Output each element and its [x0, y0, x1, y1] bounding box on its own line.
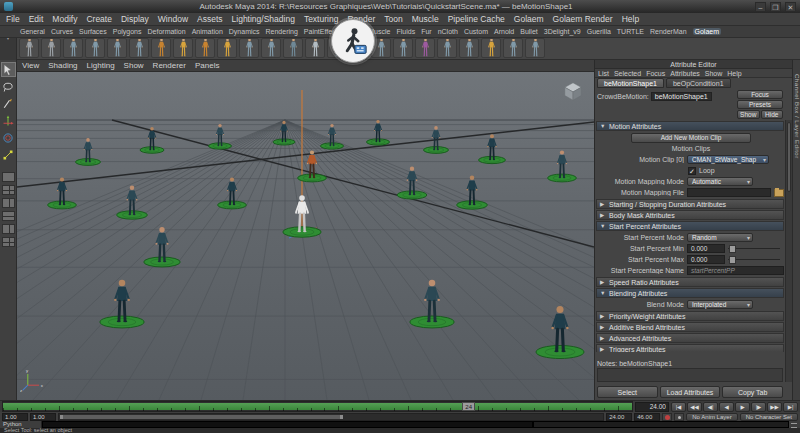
- folder-icon[interactable]: [774, 189, 784, 197]
- view-cube-icon[interactable]: [562, 80, 584, 106]
- viewport-menu-item[interactable]: Lighting: [87, 61, 115, 70]
- golaem-crowd-icon[interactable]: [459, 38, 479, 58]
- attribute-editor-menu-item[interactable]: Selected: [614, 70, 641, 77]
- golaem-crowd-icon[interactable]: [503, 38, 523, 58]
- start-percent-max-slider[interactable]: [728, 255, 780, 264]
- golaem-crowd-icon[interactable]: [107, 38, 127, 58]
- script-editor-icon[interactable]: [789, 421, 800, 428]
- golaem-crowd-icon[interactable]: [129, 38, 149, 58]
- command-line-input[interactable]: [42, 421, 533, 428]
- layout-two-pane-side-button[interactable]: [2, 198, 15, 208]
- range-slider-handle[interactable]: [60, 415, 343, 419]
- title-bar[interactable]: Autodesk Maya 2014: R:\Resources Graphiq…: [0, 0, 800, 13]
- shelf-tab[interactable]: Animation: [192, 28, 223, 35]
- hide-button[interactable]: Hide: [761, 110, 784, 119]
- menu-item[interactable]: Lighting/Shading: [232, 14, 295, 24]
- golaem-tool-icon[interactable]: [217, 38, 237, 58]
- scrollbar-thumb[interactable]: [787, 122, 791, 192]
- crowd-character[interactable]: [457, 176, 488, 210]
- character-set-selector[interactable]: No Character Set: [740, 413, 798, 421]
- section-priority-weight[interactable]: Priority/Weight Attributes: [596, 311, 784, 321]
- golaem-tool-icon[interactable]: [481, 38, 501, 58]
- attribute-editor-menu-item[interactable]: Show: [705, 70, 723, 77]
- shelf-tab[interactable]: Fur: [421, 28, 432, 35]
- transport-button[interactable]: ◀◀: [687, 402, 702, 412]
- golaem-crowd-icon[interactable]: [283, 38, 303, 58]
- section-motion-attributes[interactable]: Motion Attributes: [596, 121, 784, 131]
- golaem-tool-icon[interactable]: [195, 38, 215, 58]
- golaem-crowd-icon[interactable]: [261, 38, 281, 58]
- golaem-crowd-icon[interactable]: [305, 38, 325, 58]
- crowd-character[interactable]: [548, 150, 577, 182]
- shelf-tab[interactable]: Golaem: [693, 28, 722, 35]
- tab-beopcondition1[interactable]: beOpCondition1: [666, 78, 731, 88]
- menu-item[interactable]: Display: [121, 14, 149, 24]
- close-button[interactable]: ✕: [785, 2, 796, 12]
- crowd-character[interactable]: [397, 166, 427, 199]
- crowd-character[interactable]: [218, 177, 247, 209]
- time-slider[interactable]: 24: [2, 401, 633, 412]
- transport-button[interactable]: |◀: [671, 402, 686, 412]
- current-frame-marker[interactable]: 24: [462, 402, 475, 411]
- right-panel-strip[interactable]: Channel Box / Layer Editor: [792, 60, 800, 400]
- load-attributes-button[interactable]: Load Attributes: [660, 386, 721, 398]
- shelf-tab[interactable]: Fluids: [396, 28, 415, 35]
- animation-end-field[interactable]: [634, 413, 660, 421]
- shelf-tab[interactable]: 3Delight_v9: [544, 28, 581, 35]
- select-button[interactable]: Select: [597, 386, 658, 398]
- crowd-character[interactable]: [76, 138, 101, 165]
- maximize-button[interactable]: ❐: [770, 2, 781, 12]
- menu-item[interactable]: Create: [86, 14, 112, 24]
- shelf-tab[interactable]: TURTLE: [617, 28, 644, 35]
- loop-checkbox[interactable]: [688, 167, 696, 175]
- playback-start-field[interactable]: [30, 413, 56, 421]
- section-body-mask[interactable]: Body Mask Attributes: [596, 210, 784, 220]
- shelf-tab[interactable]: General: [20, 28, 45, 35]
- golaem-crowd-icon[interactable]: [63, 38, 83, 58]
- viewport-menu-item[interactable]: Panels: [195, 61, 219, 70]
- scale-tool[interactable]: [1, 147, 16, 162]
- shelf-tab[interactable]: Dynamics: [229, 28, 260, 35]
- menu-item[interactable]: Window: [158, 14, 188, 24]
- shelf-tab[interactable]: Custom: [464, 28, 488, 35]
- node-name-field[interactable]: beMotionShape1: [651, 92, 712, 101]
- crowd-character[interactable]: [208, 124, 231, 149]
- shelf-tab[interactable]: nCloth: [438, 28, 458, 35]
- start-percent-mode-dropdown[interactable]: Random: [687, 233, 753, 242]
- select-tool[interactable]: [1, 62, 16, 77]
- shelf-tab[interactable]: RenderMan: [650, 28, 687, 35]
- transport-button[interactable]: ◀|: [703, 402, 718, 412]
- shelf-tab[interactable]: Guerilla: [587, 28, 611, 35]
- viewport-canvas[interactable]: y x z: [17, 72, 594, 400]
- motion-mapping-file-field[interactable]: [687, 188, 771, 197]
- crowd-character[interactable]: [536, 306, 584, 359]
- blend-mode-dropdown[interactable]: Interpolated: [687, 300, 753, 309]
- focus-button[interactable]: Focus: [737, 90, 783, 99]
- transport-button[interactable]: ▶: [735, 402, 750, 412]
- golaem-shelf-icon[interactable]: [19, 38, 39, 58]
- attribute-editor-menu-item[interactable]: Focus: [646, 70, 665, 77]
- menu-item[interactable]: Edit: [29, 14, 44, 24]
- menu-item[interactable]: Texturing: [304, 14, 339, 24]
- transport-button[interactable]: ◀: [719, 402, 734, 412]
- layout-two-pane-stacked-button[interactable]: [2, 211, 15, 221]
- animation-preferences-button[interactable]: [674, 413, 684, 421]
- menu-item[interactable]: Modify: [52, 14, 77, 24]
- show-button[interactable]: Show: [737, 110, 760, 119]
- shelf-tab[interactable]: Bullet: [520, 28, 538, 35]
- motion-mapping-mode-dropdown[interactable]: Automatic: [687, 177, 753, 186]
- layout-four-pane-button[interactable]: [2, 185, 15, 195]
- section-speed-ratio[interactable]: Speed Ratio Attributes: [596, 277, 784, 287]
- attribute-editor-menu-item[interactable]: Attributes: [670, 70, 700, 77]
- lasso-tool[interactable]: [1, 79, 16, 94]
- menu-item[interactable]: Assets: [197, 14, 223, 24]
- shelf-tab[interactable]: Surfaces: [79, 28, 107, 35]
- menu-item[interactable]: Muscle: [412, 14, 439, 24]
- shelf-tab[interactable]: Deformation: [148, 28, 186, 35]
- range-slider[interactable]: [58, 413, 604, 421]
- golaem-crowd-icon[interactable]: [85, 38, 105, 58]
- minimize-button[interactable]: –: [755, 2, 766, 12]
- menu-item[interactable]: Help: [622, 14, 639, 24]
- playback-end-field[interactable]: [606, 413, 632, 421]
- start-percent-min-slider[interactable]: [728, 244, 780, 253]
